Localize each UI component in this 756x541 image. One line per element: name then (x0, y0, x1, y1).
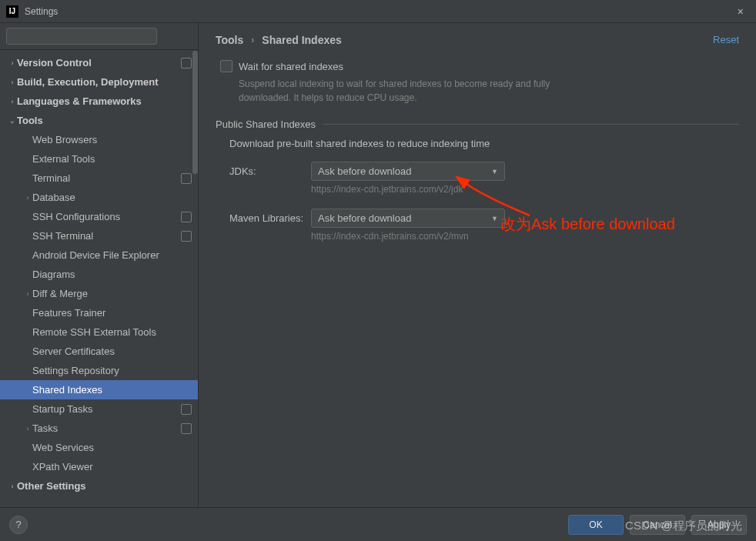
sidebar-item-tools[interactable]: ⌄Tools (0, 111, 198, 130)
sidebar-item-label: Server Certificates (32, 346, 192, 357)
window-title: Settings (25, 6, 58, 17)
titlebar: IJ Settings × (0, 0, 756, 23)
sidebar-item-diff-merge[interactable]: ›Diff & Merge (0, 284, 198, 303)
sidebar-item-label: Other Settings (17, 480, 192, 492)
sidebar-item-startup-tasks[interactable]: Startup Tasks (0, 399, 198, 419)
sidebar-item-ssh-configurations[interactable]: SSH Configurations (0, 207, 198, 226)
sidebar-item-ssh-terminal[interactable]: SSH Terminal (0, 226, 198, 245)
settings-tree[interactable]: ›Version Control›Build, Execution, Deplo… (0, 50, 198, 507)
sidebar-item-version-control[interactable]: ›Version Control (0, 53, 198, 72)
tree-arrow-icon: › (23, 194, 32, 202)
sidebar-item-label: Tools (17, 115, 192, 126)
jdk-url: https://index-cdn.jetbrains.com/v2/jdk (311, 184, 739, 195)
ok-button[interactable]: OK (568, 515, 624, 535)
project-scope-icon (181, 423, 192, 434)
sidebar-item-label: Terminal (32, 172, 181, 184)
project-scope-icon (181, 231, 192, 242)
public-description: Download pre-built shared indexes to red… (229, 138, 739, 149)
sidebar-item-shared-indexes[interactable]: Shared Indexes (0, 380, 198, 399)
help-button[interactable]: ? (9, 516, 28, 534)
wait-checkbox[interactable] (220, 60, 232, 72)
sidebar-item-label: Build, Execution, Deployment (17, 76, 192, 88)
sidebar-item-label: XPath Viewer (32, 461, 192, 473)
sidebar-item-server-certificates[interactable]: Server Certificates (0, 342, 198, 361)
maven-url: https://index-cdn.jetbrains.com/v2/mvn (311, 231, 739, 242)
sidebar-item-label: Version Control (17, 57, 181, 68)
apply-button[interactable]: Apply (691, 515, 747, 535)
sidebar-item-label: Web Services (32, 442, 192, 453)
sidebar-item-features-trainer[interactable]: Features Trainer (0, 303, 198, 322)
tree-arrow-icon: › (23, 425, 32, 432)
project-scope-icon (181, 173, 192, 184)
sidebar-item-database[interactable]: ›Database (0, 188, 198, 207)
sidebar-item-label: Diff & Merge (32, 288, 192, 299)
sidebar-item-label: SSH Terminal (32, 230, 181, 242)
sidebar-item-remote-ssh-external-tools[interactable]: Remote SSH External Tools (0, 322, 198, 342)
sidebar: ⌕ ›Version Control›Build, Execution, Dep… (0, 23, 199, 507)
sidebar-item-label: SSH Configurations (32, 211, 181, 222)
scrollbar[interactable] (192, 51, 198, 174)
tree-arrow-icon: › (8, 483, 17, 490)
sidebar-item-settings-repository[interactable]: Settings Repository (0, 361, 198, 380)
project-scope-icon (181, 58, 192, 68)
sidebar-item-external-tools[interactable]: External Tools (0, 149, 198, 169)
sidebar-item-label: Shared Indexes (32, 384, 192, 396)
project-scope-icon (181, 212, 192, 222)
sidebar-item-android-device-file-explorer[interactable]: Android Device File Explorer (0, 245, 198, 265)
project-scope-icon (181, 404, 192, 415)
sidebar-item-label: External Tools (32, 153, 192, 165)
jdk-dropdown[interactable]: Ask before download ▼ (311, 162, 505, 181)
tree-arrow-icon: › (8, 98, 17, 105)
chevron-down-icon: ▼ (491, 168, 498, 175)
sidebar-item-label: Startup Tasks (32, 403, 181, 415)
sidebar-item-label: Diagrams (32, 269, 192, 280)
section-public-indexes: Public Shared Indexes (216, 119, 739, 130)
breadcrumb-root[interactable]: Tools (216, 34, 243, 46)
sidebar-item-label: Features Trainer (32, 307, 192, 319)
breadcrumb-leaf: Shared Indexes (262, 34, 342, 46)
maven-value: Ask before download (318, 212, 411, 224)
tree-arrow-icon: ⌄ (8, 117, 17, 125)
sidebar-item-build-execution-deployment[interactable]: ›Build, Execution, Deployment (0, 72, 198, 92)
sidebar-item-label: Web Browsers (32, 134, 192, 145)
sidebar-item-terminal[interactable]: Terminal (0, 169, 198, 188)
tree-arrow-icon: › (8, 78, 17, 86)
sidebar-item-other-settings[interactable]: ›Other Settings (0, 476, 198, 496)
sidebar-item-label: Settings Repository (32, 365, 192, 376)
breadcrumb: Tools › Shared Indexes (216, 34, 739, 46)
cancel-button[interactable]: Cancel (630, 515, 685, 535)
sidebar-item-label: Remote SSH External Tools (32, 326, 192, 338)
chevron-down-icon: ▼ (491, 215, 498, 222)
maven-dropdown[interactable]: Ask before download ▼ (311, 209, 505, 228)
sidebar-item-diagrams[interactable]: Diagrams (0, 265, 198, 284)
section-heading: Public Shared Indexes (216, 119, 316, 130)
sidebar-item-tasks[interactable]: ›Tasks (0, 419, 198, 438)
maven-label: Maven Libraries: (229, 212, 311, 224)
sidebar-item-label: Tasks (32, 422, 181, 434)
close-icon[interactable]: × (731, 5, 750, 18)
sidebar-item-languages-frameworks[interactable]: ›Languages & Frameworks (0, 92, 198, 111)
wait-label[interactable]: Wait for shared indexes (239, 61, 343, 72)
tree-arrow-icon: › (23, 290, 32, 298)
sidebar-item-web-browsers[interactable]: Web Browsers (0, 130, 198, 149)
wait-description: Suspend local indexing to wait for share… (239, 77, 577, 105)
sidebar-item-label: Languages & Frameworks (17, 95, 192, 107)
sidebar-item-label: Database (32, 192, 192, 203)
sidebar-item-label: Android Device File Explorer (32, 249, 192, 261)
sidebar-item-xpath-viewer[interactable]: XPath Viewer (0, 457, 198, 476)
jdk-value: Ask before download (318, 165, 411, 177)
chevron-right-icon: › (251, 35, 254, 45)
reset-link[interactable]: Reset (713, 34, 739, 45)
app-icon: IJ (6, 5, 18, 18)
search-input[interactable] (6, 28, 157, 45)
jdk-label: JDKs: (229, 165, 311, 177)
main-panel: Tools › Shared Indexes Reset Wait for sh… (199, 23, 756, 507)
sidebar-item-web-services[interactable]: Web Services (0, 438, 198, 457)
dialog-footer: ? OK Cancel Apply (0, 507, 756, 541)
tree-arrow-icon: › (8, 59, 17, 67)
